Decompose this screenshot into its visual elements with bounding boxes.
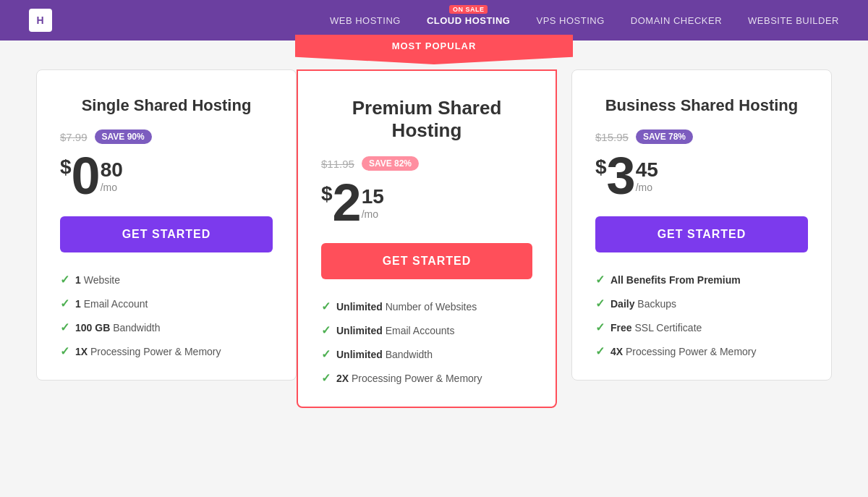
checkmark-icon: ✓ [321,347,331,361]
feature-text: 100 GB Bandwidth [75,322,161,334]
feature-text: Unlimited Bandwidth [336,349,433,360]
plan-card-business: Business Shared Hosting$15.95SAVE 78%$34… [571,69,832,381]
price-main: $080/mo [60,150,273,202]
feature-item: ✓All Benefits From Premium [595,273,808,286]
feature-bold-text: Unlimited [336,301,383,313]
feature-bold-text: 4X [610,346,623,357]
plan-card-premium: Premium Shared Hosting$11.95SAVE 82%$215… [297,69,557,408]
plans-container: Single Shared Hosting$7.99SAVE 90%$080/m… [29,69,839,408]
price-number: 3 [607,150,636,202]
plan-title: Single Shared Hosting [60,96,273,115]
feature-bold-text: All Benefits From Premium [610,274,741,286]
features-list: ✓All Benefits From Premium✓Daily Backups… [595,273,808,358]
checkmark-icon: ✓ [60,297,69,310]
feature-item: ✓Unlimited Email Accounts [321,323,532,337]
price-main: $215/mo [321,177,532,229]
get-started-button-business[interactable]: GET STARTED [595,216,808,252]
price-cents-mo: 15/mo [362,185,384,220]
feature-bold-text: Unlimited [336,325,383,336]
feature-bold-text: Daily [610,298,634,310]
plan-card-single: Single Shared Hosting$7.99SAVE 90%$080/m… [36,69,297,381]
price-number: 2 [333,177,362,229]
price-dollar-sign: $ [321,182,333,205]
feature-text: Free SSL Certificate [610,322,702,334]
nav-item-web-hosting[interactable]: WEB HOSTING [330,15,401,26]
price-main: $345/mo [595,150,808,202]
feature-item: ✓1 Email Account [60,297,273,310]
price-dollar-sign: $ [60,156,72,179]
original-price: $15.95 [595,131,629,143]
checkmark-icon: ✓ [60,320,69,334]
nav-item-label: CLOUD HOSTING [427,15,511,26]
feature-bold-text: 2X [336,373,349,384]
nav-item-label: DOMAIN CHECKER [631,15,722,26]
price-row: $11.95SAVE 82% [321,156,532,171]
price-row: $7.99SAVE 90% [60,129,273,144]
feature-item: ✓4X Processing Power & Memory [595,344,808,358]
feature-item: ✓Free SSL Certificate [595,320,808,334]
nav-item-domain-checker[interactable]: DOMAIN CHECKER [631,15,722,26]
feature-item: ✓100 GB Bandwidth [60,320,273,334]
checkmark-icon: ✓ [60,273,69,286]
price-dollar-sign: $ [595,156,607,179]
price-cents: 15 [362,185,384,208]
feature-text: 2X Processing Power & Memory [336,373,482,384]
price-number: 0 [72,150,101,202]
price-cents: 80 [101,158,123,182]
logo-icon: H [29,9,52,32]
feature-text: All Benefits From Premium [610,274,741,286]
popular-badge-wrapper: MOST POPULAR [295,35,573,64]
feature-bold-text: 1 [75,274,81,286]
get-started-button-premium[interactable]: GET STARTED [321,243,532,279]
feature-text: Daily Backups [610,298,676,310]
features-list: ✓1 Website✓1 Email Account✓100 GB Bandwi… [60,273,273,358]
price-cents-mo: 45/mo [636,158,658,193]
feature-bold-text: 1X [75,346,88,357]
checkmark-icon: ✓ [595,273,605,286]
feature-item: ✓Unlimited Bandwidth [321,347,532,361]
feature-text: 1 Website [75,274,120,286]
nav-item-label: WEB HOSTING [330,15,401,26]
checkmark-icon: ✓ [595,297,605,310]
price-mo: /mo [362,208,384,220]
nav-item-cloud-hosting[interactable]: ON SALECLOUD HOSTING [427,15,511,26]
on-sale-badge: ON SALE [449,5,488,14]
feature-bold-text: 100 GB [75,322,110,334]
nav-item-label: VPS HOSTING [536,15,604,26]
nav-item-website-builder[interactable]: WEBSITE BUILDER [748,15,839,26]
feature-item: ✓Daily Backups [595,297,808,310]
checkmark-icon: ✓ [60,344,69,358]
checkmark-icon: ✓ [321,323,331,337]
original-price: $7.99 [60,131,88,143]
checkmark-icon: ✓ [321,300,331,313]
nav-item-label: WEBSITE BUILDER [748,15,839,26]
price-cents-mo: 80/mo [101,158,123,193]
feature-bold-text: Unlimited [336,349,383,360]
save-badge: SAVE 82% [362,156,419,171]
feature-text: Unlimited Number of Websites [336,301,477,313]
plan-title: Premium Shared Hosting [321,97,532,142]
save-badge: SAVE 78% [636,129,693,144]
save-badge: SAVE 90% [95,129,152,144]
checkmark-icon: ✓ [595,344,605,358]
feature-text: 1X Processing Power & Memory [75,346,221,357]
get-started-button-single[interactable]: GET STARTED [60,216,273,252]
features-list: ✓Unlimited Number of Websites✓Unlimited … [321,300,532,385]
original-price: $11.95 [321,158,354,170]
checkmark-icon: ✓ [595,320,605,334]
logo[interactable]: H [29,9,58,32]
feature-bold-text: Free [610,322,632,334]
price-mo: /mo [636,182,658,193]
price-cents: 45 [636,158,658,182]
feature-text: 4X Processing Power & Memory [610,346,757,357]
feature-item: ✓1 Website [60,273,273,286]
feature-item: ✓2X Processing Power & Memory [321,371,532,385]
price-mo: /mo [101,182,123,193]
feature-item: ✓1X Processing Power & Memory [60,344,273,358]
price-row: $15.95SAVE 78% [595,129,808,144]
main-content: Single Shared Hosting$7.99SAVE 90%$080/m… [0,41,868,430]
most-popular-badge: MOST POPULAR [295,35,573,64]
popular-card-wrapper: MOST POPULARPremium Shared Hosting$11.95… [297,69,571,408]
feature-bold-text: 1 [75,298,81,310]
nav-item-vps-hosting[interactable]: VPS HOSTING [536,15,604,26]
